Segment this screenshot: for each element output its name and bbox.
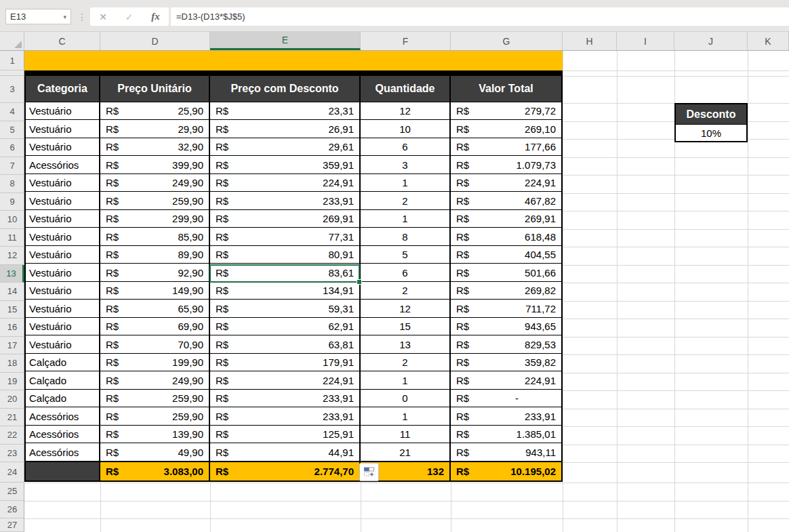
cell-D10[interactable]: R$299,90 xyxy=(100,210,210,228)
cell-E16[interactable]: R$62,91 xyxy=(210,318,361,336)
cell-E23[interactable]: R$44,91 xyxy=(210,443,361,462)
cell-E21[interactable]: R$233,91 xyxy=(210,407,361,426)
cell-G7[interactable]: R$1.079,73 xyxy=(451,156,561,174)
desconto-label-cell[interactable]: Desconto xyxy=(676,104,746,124)
cell-F6[interactable]: 6 xyxy=(361,138,451,157)
cell-F13[interactable]: 6 xyxy=(361,264,451,282)
cell-C17[interactable]: Vestuário xyxy=(26,335,100,354)
cell-G20[interactable]: R$- xyxy=(451,390,561,408)
cell-G14[interactable]: R$269,82 xyxy=(451,282,561,300)
cell-F18[interactable]: 2 xyxy=(361,354,451,372)
cell-D11[interactable]: R$85,90 xyxy=(100,228,210,246)
row-header-24[interactable]: 24 xyxy=(0,462,24,483)
cell-F19[interactable]: 1 xyxy=(361,371,451,390)
row-header-21[interactable]: 21 xyxy=(0,409,24,427)
row-header-12[interactable]: 12 xyxy=(0,247,24,265)
cell-E8[interactable]: R$224,91 xyxy=(210,174,361,192)
row-header-8[interactable]: 8 xyxy=(0,175,24,193)
totals-cell[interactable]: R$3.083,00 xyxy=(100,462,210,480)
cell-G4[interactable]: R$279,72 xyxy=(451,102,561,121)
cell-G12[interactable]: R$404,55 xyxy=(451,246,561,264)
cell-D23[interactable]: R$49,90 xyxy=(100,443,210,462)
cell-D17[interactable]: R$70,90 xyxy=(100,335,210,354)
cell-G10[interactable]: R$269,91 xyxy=(451,210,561,228)
row-header-5[interactable]: 5 xyxy=(0,121,24,140)
cell-G23[interactable]: R$943,11 xyxy=(451,443,561,462)
cell-G9[interactable]: R$467,82 xyxy=(451,192,561,210)
cell-E13[interactable]: R$83,61 xyxy=(210,264,361,282)
cell-F17[interactable]: 13 xyxy=(361,335,451,354)
column-header-D[interactable]: D xyxy=(100,32,210,50)
row-header-13[interactable]: 13 xyxy=(0,265,24,283)
cell-C24[interactable] xyxy=(26,462,100,480)
column-header-K[interactable]: K xyxy=(748,32,789,50)
cell-D4[interactable]: R$25,90 xyxy=(100,102,210,121)
row-header-4[interactable]: 4 xyxy=(0,103,24,121)
totals-cell[interactable]: R$2.774,70 xyxy=(210,462,361,480)
cell-C10[interactable]: Vestuário xyxy=(26,210,100,228)
column-header-I[interactable]: I xyxy=(617,32,674,50)
cell-C21[interactable]: Acessórios xyxy=(26,407,100,426)
row-header-14[interactable]: 14 xyxy=(0,283,24,301)
row-header-1[interactable]: 1 xyxy=(0,51,24,70)
row-header-hidden-2[interactable] xyxy=(0,70,24,75)
column-header-E[interactable]: E xyxy=(210,32,361,50)
row-header-16[interactable]: 16 xyxy=(0,319,24,337)
row-header-19[interactable]: 19 xyxy=(0,373,24,391)
cell-E12[interactable]: R$80,91 xyxy=(210,246,361,264)
column-header-C[interactable]: C xyxy=(24,32,100,50)
cell-F15[interactable]: 12 xyxy=(361,300,451,318)
cell-G8[interactable]: R$224,91 xyxy=(451,174,561,192)
cell-C20[interactable]: Calçado xyxy=(26,390,100,408)
cell-F10[interactable]: 1 xyxy=(361,210,451,228)
cell-C14[interactable]: Vestuário xyxy=(26,282,100,300)
cell-E14[interactable]: R$134,91 xyxy=(210,282,361,300)
cell-G21[interactable]: R$233,91 xyxy=(451,407,561,426)
cell-D15[interactable]: R$65,90 xyxy=(100,300,210,318)
cell-C8[interactable]: Vestuário xyxy=(26,174,100,192)
cell-F11[interactable]: 8 xyxy=(361,228,451,246)
row-header-9[interactable]: 9 xyxy=(0,193,24,211)
row-header-27[interactable]: 27 xyxy=(0,518,24,532)
enter-icon[interactable]: ✓ xyxy=(125,12,134,22)
cancel-icon[interactable]: ✕ xyxy=(99,12,107,22)
cell-G5[interactable]: R$269,10 xyxy=(451,120,561,138)
cell-E10[interactable]: R$269,91 xyxy=(210,210,361,228)
cell-F12[interactable]: 5 xyxy=(361,246,451,264)
name-box-dropdown-icon[interactable]: ▾ xyxy=(63,14,66,20)
header-cell[interactable]: Preço Unitário xyxy=(100,76,210,102)
cell-C18[interactable]: Calçado xyxy=(26,354,100,372)
row-header-20[interactable]: 20 xyxy=(0,390,24,409)
formula-input[interactable]: =D13-(D13*$J$5) xyxy=(171,7,789,26)
insert-function-icon[interactable]: fx xyxy=(151,11,160,22)
cell-G17[interactable]: R$829,53 xyxy=(451,335,561,354)
row-header-26[interactable]: 26 xyxy=(0,501,24,519)
cell-D9[interactable]: R$259,90 xyxy=(100,192,210,210)
column-header-G[interactable]: G xyxy=(451,32,563,50)
cell-G16[interactable]: R$943,65 xyxy=(451,318,561,336)
cell-C6[interactable]: Vestuário xyxy=(26,138,100,157)
cell-F22[interactable]: 11 xyxy=(361,426,451,444)
row-header-10[interactable]: 10 xyxy=(0,211,24,229)
column-header-H[interactable]: H xyxy=(563,32,617,50)
cell-D8[interactable]: R$249,90 xyxy=(100,174,210,192)
cell-C12[interactable]: Vestuário xyxy=(26,246,100,264)
cell-G18[interactable]: R$359,82 xyxy=(451,354,561,372)
cell-E6[interactable]: R$29,61 xyxy=(210,138,361,157)
cell-C9[interactable]: Vestuário xyxy=(26,192,100,210)
cell-D13[interactable]: R$92,90 xyxy=(100,264,210,282)
cell-D18[interactable]: R$199,90 xyxy=(100,354,210,372)
cell-D12[interactable]: R$89,90 xyxy=(100,246,210,264)
cell-C7[interactable]: Acessórios xyxy=(26,156,100,174)
name-box[interactable]: E13 ▾ xyxy=(5,9,71,24)
cell-E18[interactable]: R$179,91 xyxy=(210,354,361,372)
cell-F16[interactable]: 15 xyxy=(361,318,451,336)
cell-C23[interactable]: Acessórios xyxy=(26,443,100,462)
cell-C16[interactable]: Vestuário xyxy=(26,318,100,336)
cell-F21[interactable]: 1 xyxy=(361,407,451,426)
desconto-value-cell[interactable]: 10% xyxy=(676,124,746,141)
cell-E11[interactable]: R$77,31 xyxy=(210,228,361,246)
cell-G19[interactable]: R$224,91 xyxy=(451,371,561,390)
row-header-11[interactable]: 11 xyxy=(0,229,24,247)
cell-E17[interactable]: R$63,81 xyxy=(210,335,361,354)
